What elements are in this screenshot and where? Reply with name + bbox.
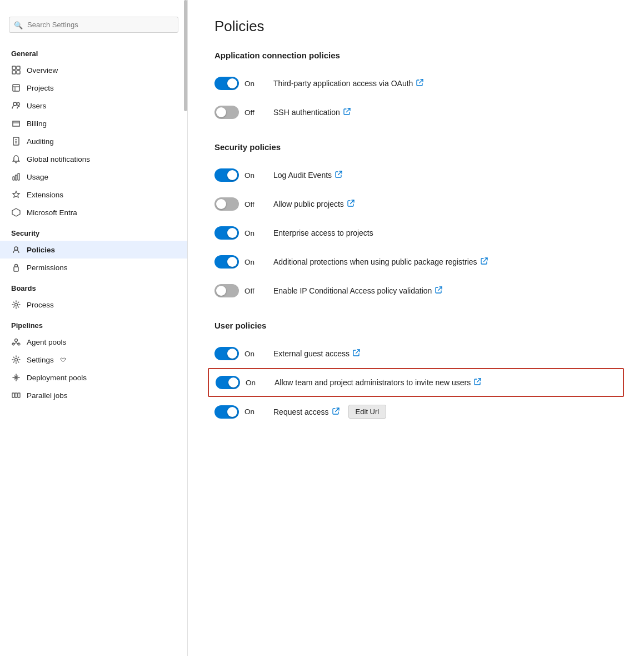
sidebar-item-agent-pools[interactable]: Agent pools: [0, 333, 187, 351]
extensions-icon: [11, 190, 21, 200]
policy-text-invite-users: Allow team and project administrators to…: [274, 378, 481, 387]
projects-icon: [11, 83, 21, 93]
toggle-request-access[interactable]: [214, 405, 239, 419]
svg-rect-14: [16, 175, 17, 180]
svg-line-26: [420, 79, 423, 83]
policy-row-package-registries: OnAdditional protections when using publ…: [214, 247, 617, 276]
section-heading-user: User policies: [214, 321, 617, 330]
toggle-public-projects[interactable]: [214, 197, 239, 211]
sidebar-item-label-auditing: Auditing: [27, 137, 54, 146]
toggle-container-enterprise-access: On: [214, 226, 264, 240]
toggle-ssh[interactable]: [214, 106, 239, 119]
sidebar: 🔍 GeneralOverviewProjectsUsersBillingAud…: [0, 0, 188, 656]
policy-row-request-access: OnRequest accessEdit Url: [214, 397, 617, 426]
toggle-container-public-projects: Off: [214, 197, 264, 211]
svg-point-19: [15, 339, 18, 342]
policy-row-ssh: OffSSH authentication: [214, 98, 617, 127]
sidebar-item-label-overview: Overview: [27, 66, 58, 74]
sidebar-item-usage[interactable]: Usage: [0, 168, 187, 186]
sidebar-item-label-permissions: Permissions: [27, 264, 68, 272]
sidebar-item-users[interactable]: Users: [0, 97, 187, 115]
policy-text-request-access: Request accessEdit Url: [273, 405, 386, 419]
edit-url-button-request-access[interactable]: Edit Url: [348, 405, 387, 419]
svg-line-29: [350, 200, 354, 204]
sidebar-item-process[interactable]: Process: [0, 296, 187, 314]
policy-link-icon-ip-conditional[interactable]: [435, 286, 442, 295]
section-heading-application-connection: Application connection policies: [214, 51, 617, 60]
overview-icon: [11, 65, 21, 75]
toggle-container-oauth: On: [214, 77, 264, 90]
main-content: PoliciesApplication connection policiesO…: [188, 0, 644, 656]
section-heading-security: Security policies: [214, 142, 617, 152]
policy-link-icon-package-registries[interactable]: [481, 257, 488, 266]
policy-row-oauth: OnThird-party application access via OAu…: [214, 69, 617, 98]
svg-rect-2: [12, 71, 16, 74]
toggle-track-log-audit: [214, 168, 239, 182]
policy-link-icon-request-access[interactable]: [332, 407, 340, 416]
toggle-thumb-ip-conditional: [216, 286, 226, 296]
policy-label-external-guest: External guest access: [273, 349, 350, 358]
toggle-oauth[interactable]: [214, 77, 239, 90]
sidebar-item-permissions[interactable]: Permissions: [0, 259, 187, 276]
sidebar-item-auditing[interactable]: Auditing: [0, 132, 187, 150]
policy-text-enterprise-access: Enterprise access to projects: [273, 228, 373, 237]
policy-label-enterprise-access: Enterprise access to projects: [273, 228, 373, 237]
policy-link-icon-invite-users[interactable]: [474, 378, 481, 387]
sidebar-item-global-notifications[interactable]: Global notifications: [0, 150, 187, 168]
policy-link-icon-external-guest[interactable]: [353, 349, 360, 358]
svg-line-27: [346, 108, 350, 112]
global-notifications-icon: [11, 154, 21, 164]
policy-label-ip-conditional: Enable IP Conditional Access policy vali…: [273, 286, 432, 295]
deployment-pools-icon: [11, 372, 21, 382]
sidebar-section-boards: Boards: [0, 276, 187, 296]
sidebar-item-extensions[interactable]: Extensions: [0, 186, 187, 203]
svg-point-8: [17, 103, 20, 106]
policy-link-icon-ssh[interactable]: [343, 108, 351, 117]
billing-icon: [11, 118, 21, 128]
sidebar-item-label-parallel-jobs: Parallel jobs: [27, 391, 68, 400]
toggle-label-package-registries: On: [244, 258, 260, 266]
toggle-ip-conditional[interactable]: [214, 284, 239, 297]
sidebar-item-overview[interactable]: Overview: [0, 61, 187, 79]
policy-link-icon-public-projects[interactable]: [347, 200, 355, 208]
toggle-container-request-access: On: [214, 405, 264, 419]
sidebar-item-policies[interactable]: Policies: [0, 241, 187, 259]
toggle-track-ssh: [214, 106, 239, 119]
sidebar-item-microsoft-entra[interactable]: Microsoft Entra: [0, 203, 187, 221]
toggle-enterprise-access[interactable]: [214, 226, 239, 240]
sidebar-item-settings[interactable]: Settings🛡: [0, 351, 187, 369]
toggle-thumb-enterprise-access: [227, 228, 237, 238]
svg-rect-15: [18, 173, 19, 180]
sidebar-item-label-extensions: Extensions: [27, 191, 63, 199]
toggle-package-registries[interactable]: [214, 255, 239, 269]
toggle-track-request-access: [214, 405, 239, 419]
toggle-label-request-access: On: [244, 407, 260, 416]
toggle-thumb-log-audit: [227, 170, 237, 180]
toggle-log-audit[interactable]: [214, 168, 239, 182]
toggle-thumb-package-registries: [227, 257, 237, 267]
sidebar-item-label-process: Process: [27, 301, 54, 309]
toggle-label-public-projects: Off: [244, 200, 260, 208]
sidebar-scrollbar[interactable]: [184, 0, 187, 656]
toggle-invite-users[interactable]: [216, 376, 240, 389]
search-input[interactable]: [9, 17, 178, 33]
policy-link-icon-oauth[interactable]: [416, 79, 423, 88]
sidebar-item-label-settings: Settings: [27, 356, 54, 364]
toggle-thumb-oauth: [227, 78, 237, 88]
page-title: Policies: [214, 18, 617, 35]
toggle-label-log-audit: On: [244, 171, 260, 180]
sidebar-item-billing[interactable]: Billing: [0, 115, 187, 132]
scrollbar-thumb[interactable]: [184, 0, 187, 111]
sidebar-item-projects[interactable]: Projects: [0, 79, 187, 97]
toggle-track-external-guest: [214, 347, 239, 360]
sidebar-item-deployment-pools[interactable]: Deployment pools: [0, 369, 187, 386]
policy-text-ssh: SSH authentication: [273, 108, 351, 117]
toggle-external-guest[interactable]: [214, 347, 239, 360]
policy-label-public-projects: Allow public projects: [273, 200, 344, 208]
policy-label-invite-users: Allow team and project administrators to…: [274, 378, 471, 387]
sidebar-item-label-billing: Billing: [27, 120, 47, 128]
sidebar-item-parallel-jobs[interactable]: Parallel jobs: [0, 386, 187, 404]
svg-line-34: [335, 408, 339, 412]
policy-link-icon-log-audit[interactable]: [335, 171, 342, 180]
policy-label-oauth: Third-party application access via OAuth: [273, 79, 413, 88]
